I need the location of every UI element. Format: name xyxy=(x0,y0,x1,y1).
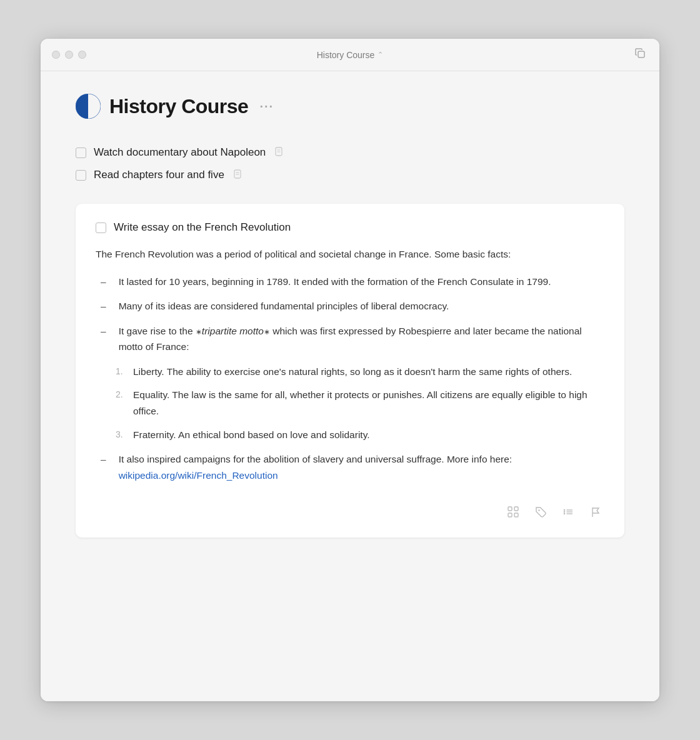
essay-task-checkbox[interactable] xyxy=(96,222,106,233)
numbered-list: 1. Liberty. The ability to exercise one'… xyxy=(116,364,604,442)
copy-window-button[interactable] xyxy=(632,46,648,63)
essay-body: The French Revolution was a period of po… xyxy=(96,246,604,483)
svg-point-16 xyxy=(564,513,566,515)
bullet-text-3: It gave rise to the ∗tripartite motto∗ w… xyxy=(119,323,604,355)
bullet-item-1: It lasted for 10 years, beginning in 178… xyxy=(96,274,604,290)
essay-intro: The French Revolution was a period of po… xyxy=(96,246,604,262)
titlebar-title: History Course xyxy=(317,50,375,60)
page-header: History Course ··· xyxy=(76,94,624,119)
asterisk-prefix: ∗ xyxy=(196,328,202,336)
task-checkbox-2[interactable] xyxy=(76,170,86,181)
bullet-item-3: It gave rise to the ∗tripartite motto∗ w… xyxy=(96,323,604,355)
bullet-list: It lasted for 10 years, beginning in 178… xyxy=(96,274,604,355)
grid-icon-button[interactable] xyxy=(504,504,522,522)
titlebar-chevron-icon: ⌃ xyxy=(378,51,383,59)
expanded-task-card: Write essay on the French Revolution The… xyxy=(76,204,624,538)
titlebar: History Course ⌃ xyxy=(41,39,659,71)
expanded-card-header: Write essay on the French Revolution xyxy=(96,221,604,234)
last-bullet-list: It also inspired campaigns for the aboli… xyxy=(96,451,604,483)
flag-icon-button[interactable] xyxy=(587,504,604,522)
task-list: Watch documentary about Napoleon Read ch… xyxy=(76,141,624,186)
task-note-icon-2[interactable] xyxy=(233,169,242,181)
numbered-item-3: 3. Fraternity. An ethical bond based on … xyxy=(116,427,604,443)
tripartite-motto: tripartite motto xyxy=(202,326,264,336)
more-options-button[interactable]: ··· xyxy=(257,99,276,114)
numbered-text-1: Liberty. The ability to exercise one's n… xyxy=(133,364,572,380)
last-bullet-text: It also inspired campaigns for the aboli… xyxy=(119,451,604,483)
bullet-item-2: Many of its ideas are considered fundame… xyxy=(96,298,604,314)
task-label-2: Read chapters four and five xyxy=(94,169,224,181)
titlebar-actions xyxy=(632,46,648,63)
svg-point-18 xyxy=(564,511,566,513)
last-bullet-item: It also inspired campaigns for the aboli… xyxy=(96,451,604,483)
numbered-text-3: Fraternity. An ethical bond based on lov… xyxy=(133,427,370,443)
numbered-item-1: 1. Liberty. The ability to exercise one'… xyxy=(116,364,604,380)
numbered-text-2: Equality. The law is the same for all, w… xyxy=(133,387,604,419)
tag-icon-button[interactable] xyxy=(532,504,549,522)
app-window: History Course ⌃ History Course ··· xyxy=(41,39,659,701)
num-label-2: 2. xyxy=(116,387,127,419)
bullet-text-1: It lasted for 10 years, beginning in 178… xyxy=(119,274,551,290)
maximize-button[interactable] xyxy=(78,51,86,59)
bullet-text-2: Many of its ideas are considered fundame… xyxy=(119,298,449,314)
traffic-lights xyxy=(52,51,86,59)
list-icon-button[interactable] xyxy=(559,504,577,522)
num-label-3: 3. xyxy=(116,427,127,443)
svg-rect-11 xyxy=(508,513,512,517)
essay-task-title: Write essay on the French Revolution xyxy=(114,221,291,234)
num-label-1: 1. xyxy=(116,364,127,380)
minimize-button[interactable] xyxy=(65,51,73,59)
page-icon xyxy=(76,94,101,119)
task-label-1: Watch documentary about Napoleon xyxy=(94,146,266,159)
main-content: History Course ··· Watch documentary abo… xyxy=(41,71,659,701)
svg-point-14 xyxy=(564,509,566,511)
svg-point-13 xyxy=(538,509,539,511)
titlebar-title-area[interactable]: History Course ⌃ xyxy=(317,50,384,60)
numbered-item-2: 2. Equality. The law is the same for all… xyxy=(116,387,604,419)
svg-rect-0 xyxy=(638,51,644,58)
wikipedia-link[interactable]: wikipedia.org/wiki/French_Revolution xyxy=(119,470,278,481)
task-checkbox-1[interactable] xyxy=(76,148,86,158)
task-item-2: Read chapters four and five xyxy=(76,164,624,186)
svg-rect-12 xyxy=(514,513,518,517)
card-footer xyxy=(96,497,604,522)
svg-rect-10 xyxy=(514,507,518,511)
svg-rect-9 xyxy=(508,507,512,511)
task-note-icon-1[interactable] xyxy=(274,147,283,158)
task-item-1: Watch documentary about Napoleon xyxy=(76,141,624,164)
asterisk-suffix: ∗ xyxy=(264,328,270,336)
close-button[interactable] xyxy=(52,51,60,59)
page-title: History Course xyxy=(109,95,248,118)
